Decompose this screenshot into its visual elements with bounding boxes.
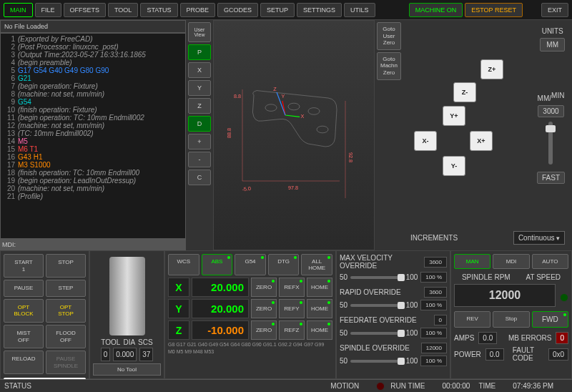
home-button[interactable]: HOME [307,278,332,297]
zero-button[interactable]: ZERO [251,299,277,318]
refz-button[interactable]: REFZ [279,320,305,340]
jog-x-plus[interactable]: X+ [470,131,493,151]
tab-gcodes[interactable]: GCODES [217,3,258,17]
spindle-fwd-button[interactable]: FWD [532,311,568,328]
flood-button[interactable]: FLOOD OFF [46,325,86,348]
view-x-button[interactable]: X [188,62,211,78]
dro-dtg-button[interactable]: DTG [268,254,300,275]
axis-X-value: 20.000 [192,278,249,297]
override-slider[interactable] [350,332,403,335]
machine-on-button[interactable]: MACHINE ON [409,3,463,17]
run-control-panel: START 1STOPPAUSESTEPOPT BLOCKOPT STOPMIS… [0,250,89,379]
view--button[interactable]: + [188,134,211,150]
reload-button[interactable]: RELOAD [4,351,44,374]
pausesp-button[interactable]: PAUSE SPINDLE [46,351,86,374]
axis-Y-value: 20.000 [192,299,249,318]
goto-button[interactable]: Goto User Zero [377,22,401,50]
mode-man-button[interactable]: MAN [454,254,490,269]
jog-z-plus[interactable]: Z+ [480,59,503,79]
tab-setup[interactable]: SETUP [260,3,295,17]
tool-name: No Tool [93,363,161,376]
exit-button[interactable]: EXIT [541,3,568,17]
top-menubar: MAINFILEOFFSETSTOOLSTATUSPROBEGCODESSETU… [0,0,572,20]
axis-X-label: X [168,278,189,297]
goto-button[interactable]: Goto Machn Zero [377,52,401,80]
override-slider[interactable] [350,360,403,363]
jog-speed-slider[interactable] [548,122,553,165]
tab-tool[interactable]: TOOL [108,3,138,17]
svg-point-10 [308,108,320,115]
svg-text:88.8: 88.8 [226,128,232,138]
active-gcodes: G8 G17 G21 G40 G49 G54 G64 G80 G90 G91.1… [168,342,332,347]
axis-Z-value: -10.000 [192,320,249,340]
jog-speed-value: 3000 [538,105,563,117]
zero-button[interactable]: ZERO [251,278,277,297]
svg-text:8.8: 8.8 [234,93,241,99]
units-button[interactable]: MM [540,38,565,52]
estop-reset-button[interactable]: ESTOP RESET [465,3,523,17]
optblock-button[interactable]: OPT BLOCK [4,299,44,323]
tab-status[interactable]: STATUS [140,3,177,17]
tool-panel: TOOLDIASCS 00.00037 No Tool [89,250,164,379]
view--button[interactable]: - [188,152,211,167]
gcode-viewer[interactable]: 1(Exported by FreeCAD)2(Post Processor: … [0,33,186,239]
dro-panel: WCSABSG54DTGALL HOME X20.000ZEROREFXHOME… [164,250,336,379]
dro-g54-button[interactable]: G54 [235,254,266,275]
home-button[interactable]: HOME [307,299,332,318]
spindle-rev-button[interactable]: REV [454,311,490,328]
jog-z-minus[interactable]: Z- [453,82,476,102]
step-button[interactable]: STEP [46,280,86,297]
svg-text:-5.0: -5.0 [242,185,252,193]
svg-point-9 [288,103,300,110]
dro-allhome-button[interactable]: ALL HOME [301,254,332,275]
refy-button[interactable]: REFY [279,299,305,318]
optstop-button[interactable]: OPT STOP [46,299,86,323]
increments-label: INCREMENTS [410,234,458,242]
tab-settings[interactable]: SETTINGS [297,3,342,17]
view-userview-button[interactable]: User View [188,22,211,42]
jog-x-minus[interactable]: X- [414,131,437,151]
svg-text:92.8: 92.8 [347,152,354,162]
tab-probe[interactable]: PROBE [180,3,216,17]
start-button[interactable]: START 1 [4,254,44,278]
spindle-panel: MANMDIAUTO SPINDLE RPMAT SPEED 12000 REV… [450,250,572,379]
motion-led [376,382,385,391]
mdi-input[interactable]: MDI: [0,239,186,250]
view-buttons-column: User ViewPXYZD+-C [186,20,213,250]
refx-button[interactable]: REFX [279,278,305,297]
svg-point-8 [265,104,277,112]
tab-offsets[interactable]: OFFSETS [64,3,107,17]
mist-button[interactable]: MIST OFF [4,325,44,348]
override-panel: MAX VELOCITY OVERRIDE360050100100 %RAPID… [336,250,450,379]
view-p-button[interactable]: P [188,44,211,60]
svg-point-11 [317,126,328,133]
jog-y-plus[interactable]: Y+ [443,106,465,126]
mode-auto-button[interactable]: AUTO [532,254,568,269]
mode-mdi-button[interactable]: MDI [493,254,529,269]
dro-wcs-button[interactable]: WCS [168,254,199,275]
zero-button[interactable]: ZERO [251,320,277,340]
jog-fast-button[interactable]: FAST [537,172,565,184]
pause-button[interactable]: PAUSE [4,280,44,297]
3d-viewport[interactable]: 8.8 88.8 -5.0 97.8 92.8 XYZ [213,20,375,250]
view-c-button[interactable]: C [188,170,211,185]
tool-image [109,257,145,335]
spindle-stop-button[interactable]: Stop [493,311,529,328]
view-d-button[interactable]: D [188,116,211,132]
override-slider[interactable] [350,304,403,307]
status-label: STATUS [4,382,31,390]
increments-select[interactable]: Continuous ▾ [513,231,565,245]
override-slider[interactable] [350,276,403,279]
view-z-button[interactable]: Z [188,98,211,114]
units-display: UNITS MM [540,27,565,52]
svg-text:Z: Z [273,86,277,92]
view-y-button[interactable]: Y [188,80,211,96]
home-button[interactable]: HOME [307,320,332,340]
tab-utils[interactable]: UTILS [344,3,375,17]
stop-button[interactable]: STOP [46,254,86,278]
tab-file[interactable]: FILE [35,3,61,17]
spindle-rpm-value: 12000 [454,284,556,307]
jog-y-minus[interactable]: Y- [443,156,465,176]
tab-main[interactable]: MAIN [4,3,33,17]
dro-abs-button[interactable]: ABS [202,254,233,275]
